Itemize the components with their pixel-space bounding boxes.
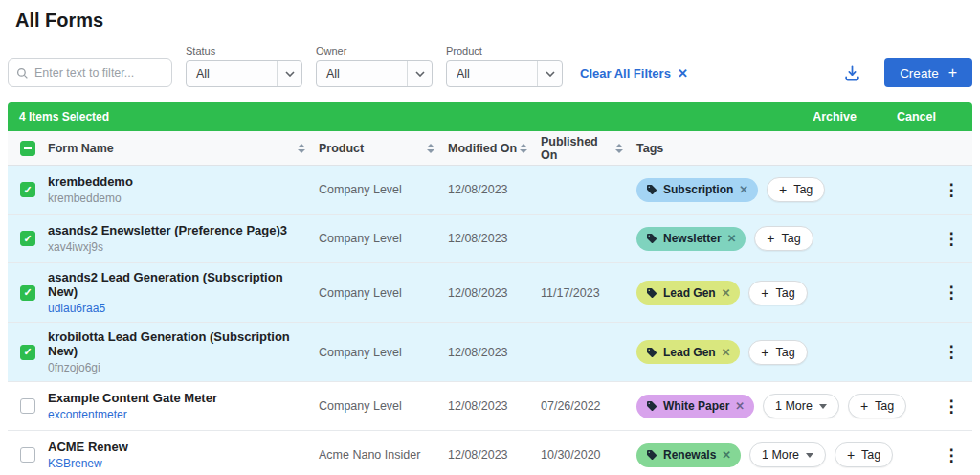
plus-icon: + — [948, 65, 957, 80]
kebab-menu-icon[interactable]: ⋮ — [944, 283, 960, 303]
more-button[interactable]: 1 More — [763, 394, 839, 418]
row-checkbox[interactable] — [20, 285, 35, 301]
chevron-down-icon — [806, 453, 813, 458]
form-id[interactable]: udlau6raa5 — [48, 302, 309, 315]
plus-icon: + — [761, 285, 768, 301]
product-filter-label: Product — [446, 45, 563, 57]
modified-on-cell: 12/08/2023 — [448, 399, 541, 413]
plus-icon: + — [761, 345, 768, 360]
add-tag-button[interactable]: + Tag — [748, 281, 807, 305]
selection-actions: Archive Cancel — [813, 110, 961, 124]
row-checkbox[interactable] — [20, 447, 35, 463]
published-on-cell: 11/17/2023 — [541, 286, 636, 300]
tag-label: White Paper — [663, 399, 729, 413]
product-cell: Acme Nano Insider — [319, 448, 448, 462]
sort-icon[interactable] — [520, 144, 527, 153]
tags-cell: Subscription ✕ + Tag — [636, 177, 930, 202]
table-body: krembeddemo krembeddemo Company Level 12… — [8, 166, 972, 475]
tag-close-icon[interactable]: ✕ — [739, 183, 748, 196]
tag-icon — [646, 233, 657, 244]
selection-bar: 4 Items Selected Archive Cancel — [8, 102, 972, 131]
download-button[interactable] — [843, 64, 861, 82]
tags-cell: Lead Gen ✕ + Tag — [636, 340, 930, 365]
add-tag-button[interactable]: + Tag — [835, 442, 893, 467]
kebab-menu-icon[interactable]: ⋮ — [944, 445, 960, 465]
sort-icon[interactable] — [298, 144, 305, 153]
column-header-published-on[interactable]: Published On — [541, 135, 636, 162]
table-row: asands2 Enewsletter (Preference Page)3 x… — [8, 215, 972, 263]
tag-icon — [646, 347, 657, 358]
form-name: krembeddemo — [48, 174, 309, 189]
sort-icon[interactable] — [427, 144, 434, 153]
kebab-menu-icon[interactable]: ⋮ — [944, 180, 960, 200]
create-button[interactable]: Create + — [884, 58, 972, 87]
tag-icon — [646, 287, 657, 299]
archive-button[interactable]: Archive — [813, 110, 857, 124]
tag-label: Newsletter — [663, 232, 722, 245]
close-icon: ✕ — [678, 66, 688, 80]
add-tag-button[interactable]: + Tag — [754, 226, 813, 251]
search-icon — [16, 67, 29, 79]
add-tag-button[interactable]: + Tag — [848, 394, 906, 418]
status-select-value: All — [196, 67, 210, 80]
row-checkbox[interactable] — [20, 182, 35, 197]
row-checkbox[interactable] — [20, 345, 35, 360]
product-select[interactable]: All — [446, 60, 563, 87]
form-id[interactable]: xav4iwxj9s — [48, 240, 309, 254]
product-select-value: All — [457, 67, 470, 80]
filter-bar: Status All Owner All Product All — [0, 35, 980, 102]
page-header: All Forms — [0, 0, 980, 35]
tag-pill: Lead Gen ✕ — [636, 340, 740, 364]
tag-close-icon[interactable]: ✕ — [722, 346, 731, 359]
plus-icon: + — [779, 182, 787, 197]
tag-pill: White Paper ✕ — [636, 395, 754, 418]
page-title: All Forms — [15, 10, 965, 32]
tag-close-icon[interactable]: ✕ — [722, 448, 731, 462]
form-name: krobilotta Lead Generation (Subscription… — [48, 329, 309, 358]
create-button-label: Create — [900, 66, 939, 80]
add-tag-button[interactable]: + Tag — [767, 177, 825, 202]
table-row: krembeddemo krembeddemo Company Level 12… — [8, 166, 972, 215]
form-id[interactable]: krembeddemo — [48, 192, 309, 205]
clear-all-filters-link[interactable]: Clear All Filters ✕ — [580, 66, 688, 80]
table-row: ACME Renew KSBrenew Acme Nano Insider 12… — [8, 431, 972, 475]
tag-label: Subscription — [663, 183, 733, 196]
table-row: krobilotta Lead Generation (Subscription… — [8, 323, 972, 382]
chevron-down-icon — [407, 61, 432, 86]
kebab-menu-icon[interactable]: ⋮ — [944, 396, 960, 417]
column-header-tags: Tags — [636, 142, 930, 155]
product-cell: Company Level — [319, 286, 448, 300]
column-header-product[interactable]: Product — [319, 142, 448, 155]
form-name: Example Content Gate Meter — [48, 391, 309, 405]
form-name: ACME Renew — [48, 440, 309, 454]
tag-close-icon[interactable]: ✕ — [722, 286, 731, 300]
tag-close-icon[interactable]: ✕ — [735, 399, 745, 413]
cancel-button[interactable]: Cancel — [897, 110, 936, 124]
modified-on-cell: 12/08/2023 — [448, 232, 541, 245]
form-id[interactable]: 0fnzojo6gi — [48, 361, 309, 374]
app: All Forms Status All Owner All — [0, 0, 980, 475]
owner-filter-label: Owner — [316, 45, 433, 57]
form-id[interactable]: excontentmeter — [48, 408, 309, 421]
kebab-menu-icon[interactable]: ⋮ — [944, 229, 960, 249]
plus-icon: + — [860, 398, 868, 414]
kebab-menu-icon[interactable]: ⋮ — [944, 342, 960, 362]
tag-close-icon[interactable]: ✕ — [727, 232, 737, 245]
select-all-checkbox[interactable] — [20, 141, 35, 156]
search-input[interactable] — [34, 66, 164, 79]
row-checkbox[interactable] — [20, 231, 35, 246]
form-id[interactable]: KSBrenew — [48, 457, 309, 470]
tags-cell: White Paper ✕ 1 More + Tag — [636, 394, 930, 418]
status-select[interactable]: All — [186, 60, 302, 87]
column-header-modified-on[interactable]: Modified On — [448, 142, 541, 155]
column-header-form-name[interactable]: Form Name — [48, 142, 319, 155]
modified-on-cell: 12/08/2023 — [448, 286, 541, 300]
row-checkbox[interactable] — [20, 398, 35, 414]
more-button[interactable]: 1 More — [749, 442, 826, 467]
sort-icon[interactable] — [615, 144, 623, 153]
add-tag-button[interactable]: + Tag — [748, 340, 807, 365]
owner-select[interactable]: All — [316, 60, 433, 87]
form-name: asands2 Lead Generation (Subscription Ne… — [48, 270, 309, 299]
tag-icon — [646, 184, 657, 195]
table-row: Example Content Gate Meter excontentmete… — [8, 382, 972, 431]
